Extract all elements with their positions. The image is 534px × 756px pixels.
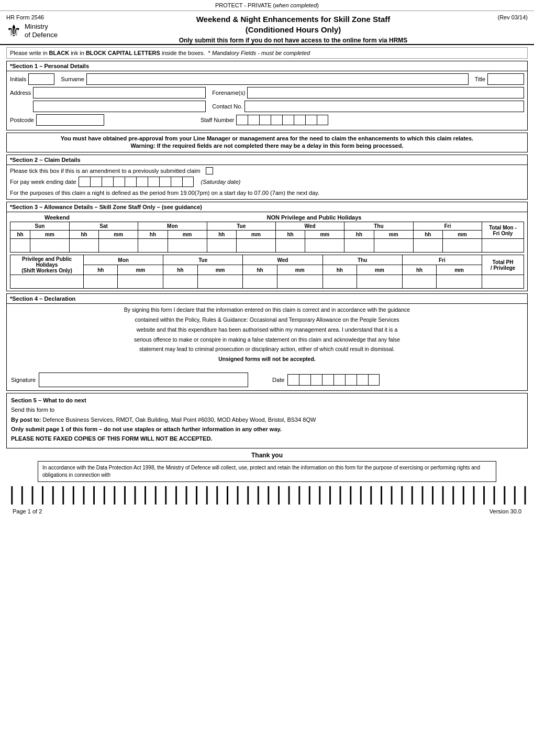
address2-input[interactable] <box>33 101 206 112</box>
fax-note: PLEASE NOTE FAXED COPIES OF THIS FORM WI… <box>11 435 212 442</box>
staff-cell-5[interactable] <box>282 115 294 125</box>
date-cell-5[interactable] <box>333 374 345 386</box>
s3-priv-wed-hh-input[interactable] <box>243 275 277 289</box>
wed-hh: hh <box>275 231 305 239</box>
staff-number-cells <box>236 115 328 125</box>
postcode-input[interactable] <box>36 114 104 126</box>
mon-mm: mm <box>168 231 207 239</box>
section3-tbody-bottom <box>10 275 524 289</box>
s3-tue-hh-input[interactable] <box>207 239 237 253</box>
s3-priv-mon-hh-input[interactable] <box>84 275 118 289</box>
s3-priv-fri-mm-input[interactable] <box>437 275 482 289</box>
date-cell-2[interactable] <box>299 374 310 386</box>
s3-priv-tue-mm-input[interactable] <box>197 275 243 289</box>
priv-thu-mm: mm <box>357 265 403 275</box>
s3-sun-hh-input[interactable] <box>10 239 30 253</box>
s3-tue-mm-input[interactable] <box>237 239 276 253</box>
s3-priv-wed-mm-input[interactable] <box>277 275 322 289</box>
s3-thu-mm-input[interactable] <box>374 239 413 253</box>
contact-input[interactable] <box>244 101 524 112</box>
header-right: (Rev 03/14) <box>486 14 528 20</box>
postcode-staff-row: Postcode Staff Number <box>10 114 524 126</box>
surname-input[interactable] <box>86 73 469 85</box>
date-cell-4[interactable] <box>322 374 333 386</box>
s3-priv-fri-hh-input[interactable] <box>402 275 436 289</box>
pw-cell-7[interactable] <box>148 177 159 187</box>
pw-cell-8[interactable] <box>159 177 171 187</box>
staff-cell-2[interactable] <box>248 115 259 125</box>
s3-total-ph-input[interactable] <box>482 275 524 289</box>
postcode-label: Postcode <box>10 117 34 123</box>
staff-cell-1[interactable] <box>236 115 248 125</box>
date-cell-3[interactable] <box>310 374 322 386</box>
staff-cell-4[interactable] <box>271 115 282 125</box>
s3-total-monfri-input[interactable] <box>482 239 524 253</box>
page-footer: Page 1 of 2 Version 30.0 <box>6 507 528 516</box>
staff-cell-3[interactable] <box>259 115 271 125</box>
date-cell-6[interactable] <box>345 374 357 386</box>
section3-header: *Section 3 – Allowance Details – Skill Z… <box>7 202 527 212</box>
saturday-label: (Saturday date) <box>201 179 241 185</box>
date-cell-7[interactable] <box>357 374 368 386</box>
s3-thu-hh-input[interactable] <box>344 239 374 253</box>
s3-fri-hh-input[interactable] <box>413 239 443 253</box>
priv-tue-header: Tue <box>163 255 243 265</box>
data-protection: In accordance with the Data Protection A… <box>38 461 496 482</box>
tue-header: Tue <box>207 222 275 231</box>
forename-input[interactable] <box>247 87 524 98</box>
pw-cell-5[interactable] <box>125 177 136 187</box>
sig-label: Signature <box>11 377 36 383</box>
pw-cell-10[interactable] <box>182 177 194 187</box>
s3-priv-thu-mm-input[interactable] <box>357 275 403 289</box>
fri-hh: hh <box>413 231 443 239</box>
section1-body: Initials Surname Title Address Forename(… <box>7 71 527 130</box>
sun-header: Sun <box>10 222 70 231</box>
priv-mon-header: Mon <box>84 255 163 265</box>
post-line: By post to: Defence Business Services, R… <box>11 416 523 424</box>
wed-header: Wed <box>275 222 344 231</box>
section5-header: Section 5 – What to do next <box>11 397 86 403</box>
title-input[interactable] <box>487 73 524 85</box>
amendment-checkbox[interactable] <box>206 167 213 174</box>
initials-input[interactable] <box>28 73 54 85</box>
signature-input[interactable] <box>39 372 248 387</box>
s3-mon-hh-input[interactable] <box>138 239 168 253</box>
s3-priv-thu-hh-input[interactable] <box>322 275 357 289</box>
s3-wed-mm-input[interactable] <box>305 239 344 253</box>
pw-cell-3[interactable] <box>102 177 113 187</box>
form-number: HR Form 2546 <box>6 14 44 20</box>
sat-header: Sat <box>69 222 138 231</box>
date-cell-8[interactable] <box>368 374 380 386</box>
staff-cell-6[interactable] <box>294 115 305 125</box>
pw-cell-2[interactable] <box>90 177 102 187</box>
warning-line2: Warning: If the required fields are not … <box>11 143 523 149</box>
pw-cell-6[interactable] <box>136 177 148 187</box>
section2-block: *Section 2 – Claim Details Please tick t… <box>6 155 528 200</box>
address-input[interactable] <box>33 87 206 98</box>
pw-cell-4[interactable] <box>113 177 125 187</box>
mon-hh: hh <box>138 231 168 239</box>
s3-priv-tue-hh-input[interactable] <box>163 275 197 289</box>
date-label: Date <box>272 377 284 383</box>
s3-fri-mm-input[interactable] <box>443 239 482 253</box>
priv-label-cell: Privilege and Public Holidays (Shift Wor… <box>10 255 84 275</box>
initials-surname-row: Initials Surname Title <box>10 73 524 85</box>
pay-week-cells <box>79 177 194 187</box>
s3-sun-mm-input[interactable] <box>30 239 70 253</box>
pw-cell-9[interactable] <box>171 177 182 187</box>
s3-sat-mm-input[interactable] <box>99 239 138 253</box>
section3-thead-bottom: Privilege and Public Holidays (Shift Wor… <box>10 255 524 275</box>
s3-priv-entry-row <box>10 275 524 289</box>
pw-cell-1[interactable] <box>79 177 90 187</box>
tue-hh: hh <box>207 231 237 239</box>
staff-cell-8[interactable] <box>317 115 328 125</box>
main-content: Please write in BLACK ink in BLOCK CAPIT… <box>0 45 534 520</box>
sat-hh: hh <box>69 231 99 239</box>
date-cell-1[interactable] <box>287 374 299 386</box>
s3-priv-mon-mm-input[interactable] <box>118 275 163 289</box>
crest-icon: ⚜ <box>6 23 21 39</box>
staff-cell-7[interactable] <box>305 115 317 125</box>
s3-sat-hh-input[interactable] <box>69 239 99 253</box>
s3-wed-hh-input[interactable] <box>275 239 305 253</box>
s3-mon-mm-input[interactable] <box>168 239 207 253</box>
